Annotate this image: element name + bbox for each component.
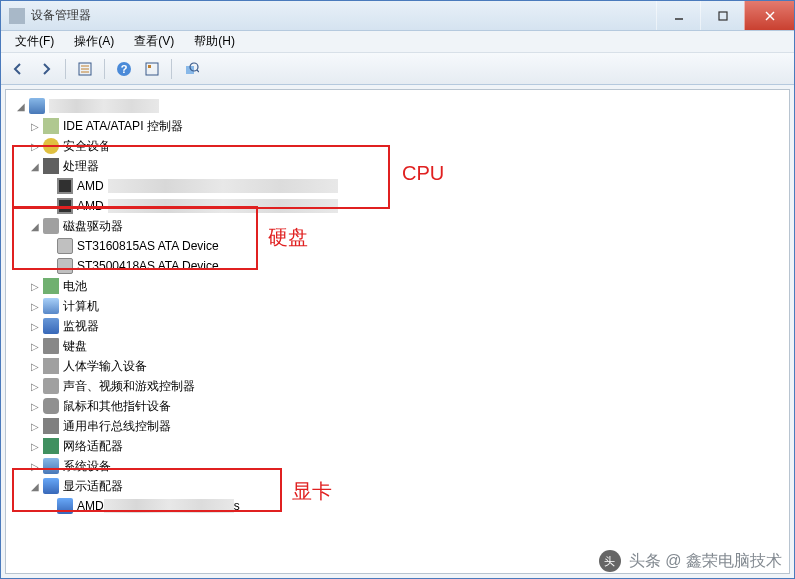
gpu-model-blurred bbox=[104, 499, 234, 513]
menu-action[interactable]: 操作(A) bbox=[64, 31, 124, 52]
keyboard-icon bbox=[43, 338, 59, 354]
tree-disk-item[interactable]: ST3500418AS ATA Device bbox=[10, 256, 785, 276]
cpu-icon bbox=[43, 158, 59, 174]
expander-icon[interactable]: ◢ bbox=[28, 479, 42, 493]
expander-icon[interactable]: ◢ bbox=[28, 219, 42, 233]
tree-processor-item[interactable]: AMD bbox=[10, 176, 785, 196]
tree-mouse[interactable]: ▷ 鼠标和其他指针设备 bbox=[10, 396, 785, 416]
tree-ide[interactable]: ▷ IDE ATA/ATAPI 控制器 bbox=[10, 116, 785, 136]
tree-network[interactable]: ▷ 网络适配器 bbox=[10, 436, 785, 456]
disk-icon bbox=[43, 218, 59, 234]
window-title: 设备管理器 bbox=[31, 7, 656, 24]
tree-hid[interactable]: ▷ 人体学输入设备 bbox=[10, 356, 785, 376]
tree-usb[interactable]: ▷ 通用串行总线控制器 bbox=[10, 416, 785, 436]
tree-processor-item[interactable]: AMD bbox=[10, 196, 785, 216]
tree-keyboard[interactable]: ▷ 键盘 bbox=[10, 336, 785, 356]
monitor-icon bbox=[43, 318, 59, 334]
svg-text:?: ? bbox=[121, 63, 128, 75]
network-icon bbox=[43, 438, 59, 454]
menubar: 文件(F) 操作(A) 查看(V) 帮助(H) bbox=[1, 31, 794, 53]
watermark-logo-icon: 头 bbox=[599, 550, 621, 572]
device-manager-window: 设备管理器 文件(F) 操作(A) 查看(V) 帮助(H) bbox=[0, 0, 795, 579]
expander-icon[interactable]: ▷ bbox=[28, 319, 42, 333]
pc-icon bbox=[43, 298, 59, 314]
device-tree[interactable]: ◢ ▷ IDE ATA/ATAPI 控制器 ▷ 安全设备 ◢ bbox=[5, 89, 790, 574]
toolbar: ? bbox=[1, 53, 794, 85]
computer-icon bbox=[29, 98, 45, 114]
toolbar-separator bbox=[171, 59, 172, 79]
display-icon bbox=[43, 478, 59, 494]
svg-rect-1 bbox=[719, 12, 727, 20]
menu-help[interactable]: 帮助(H) bbox=[184, 31, 245, 52]
tree-system[interactable]: ▷ 系统设备 bbox=[10, 456, 785, 476]
toolbar-separator bbox=[65, 59, 66, 79]
menu-file[interactable]: 文件(F) bbox=[5, 31, 64, 52]
tree-display-item[interactable]: AMD s bbox=[10, 496, 785, 516]
cpu-item-icon bbox=[57, 198, 73, 214]
tree-root[interactable]: ◢ bbox=[10, 96, 785, 116]
expander-icon[interactable]: ▷ bbox=[28, 399, 42, 413]
audio-icon bbox=[43, 378, 59, 394]
svg-rect-10 bbox=[146, 63, 158, 75]
hid-icon bbox=[43, 358, 59, 374]
tree-audio[interactable]: ▷ 声音、视频和游戏控制器 bbox=[10, 376, 785, 396]
tree-security[interactable]: ▷ 安全设备 bbox=[10, 136, 785, 156]
expander-icon[interactable]: ▷ bbox=[28, 459, 42, 473]
scan-button[interactable] bbox=[180, 58, 202, 80]
properties-button[interactable] bbox=[74, 58, 96, 80]
mouse-icon bbox=[43, 398, 59, 414]
tree-disk[interactable]: ◢ 磁盘驱动器 bbox=[10, 216, 785, 236]
titlebar: 设备管理器 bbox=[1, 1, 794, 31]
detail-button[interactable] bbox=[141, 58, 163, 80]
expander-icon[interactable]: ▷ bbox=[28, 299, 42, 313]
toolbar-separator bbox=[104, 59, 105, 79]
disk-item-icon bbox=[57, 238, 73, 254]
watermark: 头 头条 @ 鑫荣电脑技术 bbox=[599, 550, 782, 572]
expander-icon[interactable]: ▷ bbox=[28, 359, 42, 373]
forward-button[interactable] bbox=[35, 58, 57, 80]
usb-icon bbox=[43, 418, 59, 434]
svg-rect-11 bbox=[148, 65, 151, 68]
close-button[interactable] bbox=[744, 1, 794, 30]
computer-name-blurred bbox=[49, 99, 159, 113]
tree-battery[interactable]: ▷ 电池 bbox=[10, 276, 785, 296]
expander-icon[interactable]: ▷ bbox=[28, 339, 42, 353]
ide-icon bbox=[43, 118, 59, 134]
expander-icon[interactable]: ▷ bbox=[28, 419, 42, 433]
tree-display[interactable]: ◢ 显示适配器 bbox=[10, 476, 785, 496]
expander-icon[interactable]: ▷ bbox=[28, 379, 42, 393]
expander-icon[interactable]: ▷ bbox=[28, 439, 42, 453]
tree-processor[interactable]: ◢ 处理器 bbox=[10, 156, 785, 176]
expander-icon[interactable]: ◢ bbox=[14, 99, 28, 113]
security-icon bbox=[43, 138, 59, 154]
app-icon bbox=[9, 8, 25, 24]
expander-icon[interactable]: ◢ bbox=[28, 159, 42, 173]
cpu-model-blurred bbox=[108, 199, 338, 213]
help-button[interactable]: ? bbox=[113, 58, 135, 80]
disk-item-icon bbox=[57, 258, 73, 274]
back-button[interactable] bbox=[7, 58, 29, 80]
tree-monitor[interactable]: ▷ 监视器 bbox=[10, 316, 785, 336]
battery-icon bbox=[43, 278, 59, 294]
maximize-button[interactable] bbox=[700, 1, 744, 30]
menu-view[interactable]: 查看(V) bbox=[124, 31, 184, 52]
system-icon bbox=[43, 458, 59, 474]
display-item-icon bbox=[57, 498, 73, 514]
minimize-button[interactable] bbox=[656, 1, 700, 30]
tree-computer[interactable]: ▷ 计算机 bbox=[10, 296, 785, 316]
cpu-model-blurred bbox=[108, 179, 338, 193]
svg-line-14 bbox=[197, 70, 199, 72]
cpu-item-icon bbox=[57, 178, 73, 194]
expander-icon[interactable]: ▷ bbox=[28, 279, 42, 293]
tree-disk-item[interactable]: ST3160815AS ATA Device bbox=[10, 236, 785, 256]
expander-icon[interactable]: ▷ bbox=[28, 139, 42, 153]
expander-icon[interactable]: ▷ bbox=[28, 119, 42, 133]
watermark-text: 头条 @ 鑫荣电脑技术 bbox=[629, 551, 782, 572]
